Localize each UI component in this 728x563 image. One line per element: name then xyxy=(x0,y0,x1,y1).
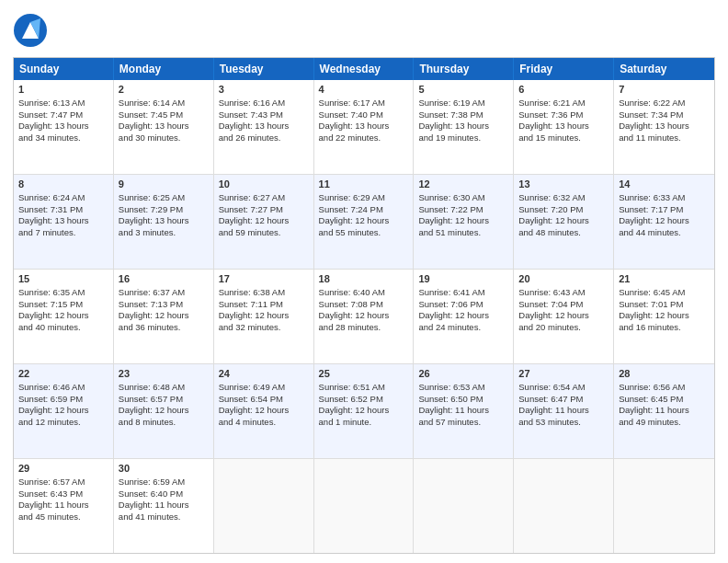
header-cell-friday: Friday xyxy=(514,58,614,80)
day-info-line: Daylight: 12 hours xyxy=(18,405,108,417)
day-info-line: and 44 minutes. xyxy=(619,227,710,239)
day-info-line: Sunset: 7:38 PM xyxy=(418,109,508,121)
day-info-line: Sunrise: 6:35 AM xyxy=(18,287,108,299)
calendar: SundayMondayTuesdayWednesdayThursdayFrid… xyxy=(13,57,715,554)
day-info-line: Sunset: 7:40 PM xyxy=(319,109,409,121)
day-info-line: Daylight: 13 hours xyxy=(119,215,209,227)
calendar-cell-1-7: 7Sunrise: 6:22 AMSunset: 7:34 PMDaylight… xyxy=(614,80,714,174)
day-number: 18 xyxy=(319,272,409,286)
day-info-line: Daylight: 11 hours xyxy=(18,500,108,511)
day-info-line: Sunset: 7:22 PM xyxy=(418,204,508,216)
day-number: 17 xyxy=(219,272,309,286)
day-number: 10 xyxy=(219,178,309,191)
calendar-row-4: 22Sunrise: 6:46 AMSunset: 6:59 PMDayligh… xyxy=(14,364,714,459)
header-cell-saturday: Saturday xyxy=(614,58,714,80)
day-info-line: Sunrise: 6:21 AM xyxy=(518,98,609,109)
day-info-line: Sunset: 7:45 PM xyxy=(119,109,209,121)
day-info-line: Daylight: 12 hours xyxy=(418,215,508,227)
calendar-cell-3-2: 16Sunrise: 6:37 AMSunset: 7:13 PMDayligh… xyxy=(114,270,214,363)
day-info-line: Daylight: 11 hours xyxy=(418,405,508,417)
calendar-row-3: 15Sunrise: 6:35 AMSunset: 7:15 PMDayligh… xyxy=(14,270,714,364)
day-info-line: Sunrise: 6:19 AM xyxy=(418,98,508,109)
day-info-line: Daylight: 12 hours xyxy=(119,405,209,417)
day-info-line: Sunset: 7:17 PM xyxy=(619,204,710,216)
day-info-line: and 53 minutes. xyxy=(518,417,609,429)
day-info-line: and 12 minutes. xyxy=(18,417,108,429)
day-number: 5 xyxy=(418,83,508,97)
day-info-line: Daylight: 13 hours xyxy=(319,121,409,132)
day-info-line: and 11 minutes. xyxy=(619,132,710,144)
day-number: 19 xyxy=(418,272,508,286)
calendar-cell-5-7 xyxy=(614,459,714,553)
day-info-line: and 7 minutes. xyxy=(18,227,108,239)
header-cell-monday: Monday xyxy=(114,58,214,80)
day-info-line: Sunrise: 6:48 AM xyxy=(119,382,209,394)
day-info-line: Sunset: 7:34 PM xyxy=(619,109,710,121)
day-number: 20 xyxy=(518,272,609,286)
day-number: 12 xyxy=(418,178,508,191)
day-number: 1 xyxy=(18,83,108,97)
day-info-line: Sunrise: 6:32 AM xyxy=(518,192,609,204)
calendar-cell-1-6: 6Sunrise: 6:21 AMSunset: 7:36 PMDaylight… xyxy=(514,80,614,174)
day-info-line: and 59 minutes. xyxy=(219,227,309,239)
day-info-line: and 4 minutes. xyxy=(219,417,309,429)
day-info-line: Sunrise: 6:24 AM xyxy=(18,192,108,204)
day-number: 7 xyxy=(619,83,710,97)
day-info-line: Sunrise: 6:22 AM xyxy=(619,98,710,109)
day-info-line: Sunset: 6:59 PM xyxy=(18,394,108,406)
day-info-line: Sunrise: 6:57 AM xyxy=(18,477,108,488)
calendar-cell-5-6 xyxy=(514,459,614,553)
day-info-line: Sunset: 7:13 PM xyxy=(119,299,209,311)
calendar-cell-3-4: 18Sunrise: 6:40 AMSunset: 7:08 PMDayligh… xyxy=(314,270,415,363)
day-info-line: Sunset: 7:15 PM xyxy=(18,299,108,311)
day-number: 14 xyxy=(619,178,710,191)
calendar-cell-3-5: 19Sunrise: 6:41 AMSunset: 7:06 PMDayligh… xyxy=(414,270,514,363)
header-cell-thursday: Thursday xyxy=(414,58,514,80)
calendar-cell-4-2: 23Sunrise: 6:48 AMSunset: 6:57 PMDayligh… xyxy=(114,364,214,458)
day-info-line: Sunrise: 6:41 AM xyxy=(418,287,508,299)
calendar-cell-4-5: 26Sunrise: 6:53 AMSunset: 6:50 PMDayligh… xyxy=(414,364,514,458)
day-info-line: Sunrise: 6:43 AM xyxy=(518,287,609,299)
calendar-cell-1-4: 4Sunrise: 6:17 AMSunset: 7:40 PMDaylight… xyxy=(314,80,415,174)
day-info-line: and 34 minutes. xyxy=(18,132,108,144)
day-info-line: Sunrise: 6:16 AM xyxy=(219,98,309,109)
day-info-line: and 26 minutes. xyxy=(219,132,309,144)
day-info-line: Sunset: 7:08 PM xyxy=(319,299,409,311)
day-info-line: and 19 minutes. xyxy=(418,132,508,144)
day-number: 6 xyxy=(518,83,609,97)
day-info-line: Sunrise: 6:59 AM xyxy=(119,477,209,488)
day-info-line: Sunset: 7:11 PM xyxy=(219,299,309,311)
day-number: 21 xyxy=(619,272,710,286)
day-info-line: Sunset: 7:27 PM xyxy=(219,204,309,216)
calendar-cell-2-2: 9Sunrise: 6:25 AMSunset: 7:29 PMDaylight… xyxy=(114,175,214,269)
day-info-line: Sunset: 7:06 PM xyxy=(418,299,508,311)
header-cell-tuesday: Tuesday xyxy=(214,58,314,80)
day-info-line: Sunset: 6:47 PM xyxy=(518,394,609,406)
day-info-line: and 1 minute. xyxy=(319,417,409,429)
calendar-cell-2-6: 13Sunrise: 6:32 AMSunset: 7:20 PMDayligh… xyxy=(514,175,614,269)
day-info-line: Daylight: 12 hours xyxy=(219,405,309,417)
day-number: 26 xyxy=(418,367,508,381)
day-info-line: Sunrise: 6:53 AM xyxy=(418,382,508,394)
day-number: 29 xyxy=(18,462,108,476)
day-info-line: Daylight: 13 hours xyxy=(119,121,209,132)
day-info-line: Sunrise: 6:40 AM xyxy=(319,287,409,299)
day-number: 23 xyxy=(119,367,209,381)
calendar-cell-4-6: 27Sunrise: 6:54 AMSunset: 6:47 PMDayligh… xyxy=(514,364,614,458)
calendar-cell-5-3 xyxy=(214,459,314,553)
day-info-line: Sunset: 6:45 PM xyxy=(619,394,710,406)
calendar-cell-4-3: 24Sunrise: 6:49 AMSunset: 6:54 PMDayligh… xyxy=(214,364,314,458)
day-info-line: and 16 minutes. xyxy=(619,322,710,334)
calendar-cell-5-1: 29Sunrise: 6:57 AMSunset: 6:43 PMDayligh… xyxy=(14,459,114,553)
day-info-line: Daylight: 12 hours xyxy=(319,215,409,227)
day-info-line: and 45 minutes. xyxy=(18,511,108,523)
day-info-line: Sunset: 7:29 PM xyxy=(119,204,209,216)
day-info-line: Sunset: 6:40 PM xyxy=(119,488,209,500)
day-info-line: and 41 minutes. xyxy=(119,511,209,523)
day-info-line: Daylight: 12 hours xyxy=(219,310,309,322)
day-number: 4 xyxy=(319,83,409,97)
day-info-line: and 40 minutes. xyxy=(18,322,108,334)
day-number: 15 xyxy=(18,272,108,286)
day-info-line: Sunrise: 6:49 AM xyxy=(219,382,309,394)
day-number: 13 xyxy=(518,178,609,191)
